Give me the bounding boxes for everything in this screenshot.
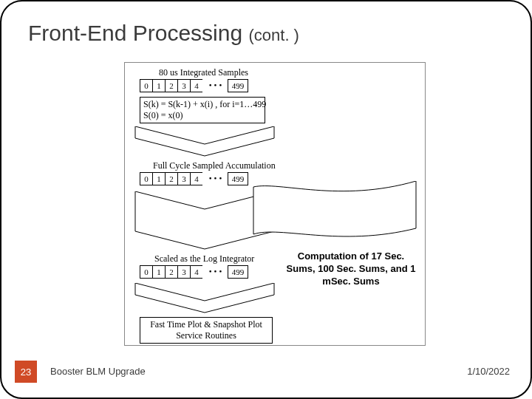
- footer-date: 1/10/2022: [467, 366, 510, 377]
- cell: 1: [152, 172, 165, 185]
- right-branch-label: Computation of 17 Sec. Sums, 100 Sec. Su…: [284, 250, 417, 288]
- stage2-tape: 0 1 2 3 4 ••• 499: [140, 172, 248, 185]
- title-main: Front-End Processing: [28, 21, 242, 45]
- stage1-label: 80 us Integrated Samples: [159, 67, 248, 78]
- cell-last: 499: [228, 265, 248, 279]
- cell: 0: [140, 172, 152, 185]
- ellipsis: •••: [202, 172, 228, 185]
- page-number: 23: [21, 366, 31, 378]
- formula1-box: S(k) = S(k-1) + x(i) , for i=1…499 S(0) …: [140, 97, 265, 123]
- slide: Front-End Processing (cont. ) 80 us Inte…: [0, 0, 532, 399]
- formula1-line2: S(0) = x(0): [143, 110, 267, 121]
- title-suffix: (cont. ): [248, 26, 299, 44]
- diagram-frame: 80 us Integrated Samples 0 1 2 3 4 ••• 4…: [124, 62, 426, 346]
- footer-deck-title: Booster BLM Upgrade: [50, 366, 146, 377]
- cell: 2: [165, 172, 177, 185]
- cell: 0: [140, 79, 152, 92]
- cell: 1: [152, 79, 165, 92]
- page-number-badge: 23: [15, 361, 37, 383]
- chevron-down-icon: [131, 126, 279, 157]
- ellipsis: •••: [202, 79, 228, 92]
- cell: 2: [165, 79, 177, 92]
- formula1-line1: S(k) = S(k-1) + x(i) , for i=1…499: [143, 99, 267, 110]
- cell: 2: [165, 265, 177, 279]
- cell: 1: [152, 265, 165, 279]
- curved-arrow-icon: [250, 181, 420, 248]
- cell: 4: [190, 265, 202, 279]
- cell: 0: [140, 265, 152, 279]
- cell-last: 499: [228, 79, 248, 92]
- chevron-down-icon: [131, 283, 279, 314]
- stage1-tape: 0 1 2 3 4 ••• 499: [140, 79, 248, 92]
- cell: 4: [190, 172, 202, 185]
- cell: 3: [177, 79, 190, 92]
- cell-last: 499: [228, 172, 248, 185]
- slide-title: Front-End Processing (cont. ): [28, 21, 299, 46]
- stage3-tape: 0 1 2 3 4 ••• 499: [140, 265, 248, 279]
- cell: 4: [190, 79, 202, 92]
- stage3-label: Scaled as the Log Integrator: [154, 253, 254, 265]
- stage2-label: Full Cycle Sampled Accumulation: [153, 160, 276, 171]
- cell: 3: [177, 172, 190, 185]
- cell: 3: [177, 265, 190, 279]
- ellipsis: •••: [202, 265, 228, 279]
- stage4-label: Fast Time Plot & Snapshot Plot Service R…: [140, 317, 273, 344]
